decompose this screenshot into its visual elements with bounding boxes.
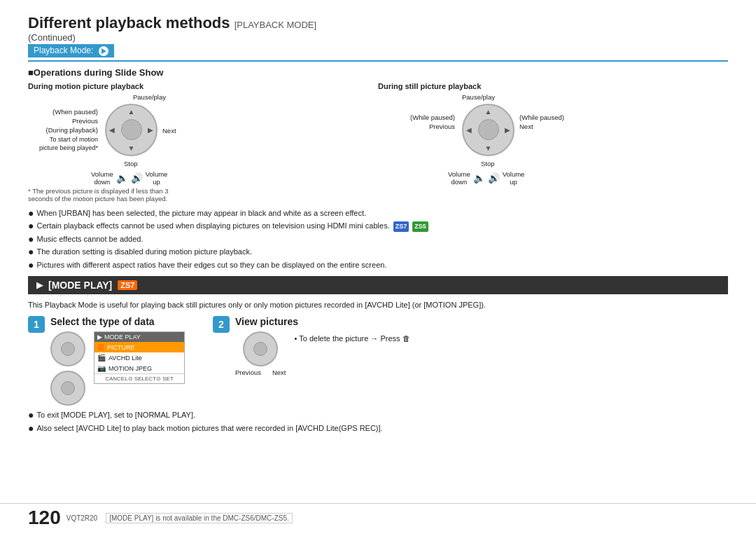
step2-dpad (243, 331, 278, 366)
menu-motion-label: MOTION JPEG (108, 365, 152, 372)
steps-container: 1 Select the type of data (28, 316, 728, 406)
still-right-labels: (While paused) Next (519, 113, 564, 132)
motion-stop-label: Stop (124, 160, 138, 167)
step1: 1 Select the type of data (28, 316, 185, 406)
mode-play-icon: ▶ (36, 280, 43, 290)
menu-picture-label: PICTURE (107, 344, 135, 351)
still-vol-down: Volumedown (448, 170, 470, 186)
page-header: Different playback methods [PLAYBACK MOD… (28, 14, 728, 62)
motion-volume-area: Volumedown 🔈 🔊 Volumeup (91, 170, 167, 186)
still-vol-up: Volumeup (503, 170, 525, 186)
still-volume-area: Volumedown 🔈 🔊 Volumeup (448, 170, 524, 186)
motion-header: During motion picture playback (28, 82, 378, 90)
step1-title: Select the type of data (50, 316, 185, 327)
bullet-1: ● When [URBAN] has been selected, the pi… (28, 208, 728, 219)
still-next-label: Next (519, 122, 564, 131)
footer-code: VQT2R20 (66, 514, 97, 522)
still-vol-icon-left: 🔈 (473, 172, 485, 184)
step2-title: View pictures (235, 316, 410, 327)
vol-icon-left: 🔈 (116, 172, 128, 184)
still-previous-label: Previous (399, 122, 455, 131)
motion-during-label: (During playback) (35, 125, 98, 135)
bullet-5: ● Pictures with different aspect ratios … (28, 260, 728, 270)
step1-dpad-col (50, 331, 85, 406)
bullet-dot-2: ● (28, 221, 34, 231)
bottom-bullet-1: ● To exit [MODE PLAY], set to [NORMAL PL… (28, 410, 728, 420)
desc-text: This Playback Mode is useful for playing… (28, 300, 728, 310)
operations-section: ■Operations during Slide Show During mot… (28, 67, 728, 202)
step1-dpad-bottom (50, 371, 85, 406)
page: Different playback methods [PLAYBACK MOD… (0, 0, 756, 536)
menu-item-avchd: 🎬 AVCHD Lite (94, 352, 184, 363)
bullet-2-text: Certain playback effects cannot be used … (36, 221, 389, 230)
step1-number: 1 (28, 316, 45, 333)
motion-next-label: Next (162, 127, 176, 135)
step2-inner: Previous Next • To delete the picture → … (235, 331, 410, 376)
step2-dpad-labels: Previous Next (235, 369, 286, 376)
still-diagram: During still picture playback Pause/play… (378, 82, 728, 184)
menu-avchd-label: AVCHD Lite (108, 355, 142, 362)
vol-icon-right: 🔊 (131, 172, 143, 184)
page-number: 120 (28, 507, 61, 529)
still-vol-icon-right: 🔊 (488, 172, 500, 184)
bullet-text-1: When [URBAN] has been selected, the pict… (36, 208, 728, 219)
vol-up-label: Volumeup (146, 170, 168, 186)
motion-diagram: During motion picture playback Pause/pla… (28, 82, 378, 184)
bottom-bullet-dot-1: ● (28, 410, 34, 420)
step2-note-text: • To delete the picture → Press 🗑 (295, 334, 410, 343)
step2: 2 View pictures Previous Next (213, 316, 410, 406)
menu-footer: CANCEL⊙ SELECT⊙ SET (94, 373, 184, 383)
bullet-dot-4: ● (28, 247, 34, 256)
still-stop-label: Stop (481, 160, 495, 167)
header-subtitle: (Continued) (28, 32, 728, 43)
badge-zs7: ZS7 (393, 221, 410, 232)
motion-dpad-area: Pause/play (When paused) Previous (Durin… (35, 93, 378, 184)
step2-next-label: Next (272, 369, 286, 376)
step2-dpad-col: Previous Next (235, 331, 286, 376)
bottom-bullet-dot-2: ● (28, 423, 34, 433)
title-text: Different playback methods (28, 14, 230, 32)
playback-mode-line: Playback Mode: (28, 44, 114, 57)
step2-previous-label: Previous (235, 369, 261, 376)
operations-footnote: * The previous picture is displayed if l… (28, 187, 728, 202)
menu-title: MODE PLAY (104, 334, 141, 341)
still-while-paused-right: (While paused) (519, 113, 564, 122)
step1-dpad-top (50, 331, 85, 366)
step1-menu: ▶ MODE PLAY 🖼 PICTURE 🎬 AVCHD Lite � (94, 331, 185, 384)
bullet-dot-5: ● (28, 260, 34, 270)
vol-down-label: Volumedown (91, 170, 113, 186)
step2-number: 2 (213, 316, 230, 333)
motion-when-paused: (When paused) (35, 107, 98, 116)
motion-dpad: ▲ ▼ ◀ ▶ (105, 104, 158, 156)
bullet-dot-3: ● (28, 234, 34, 244)
page-title: Different playback methods [PLAYBACK MOD… (28, 14, 728, 32)
title-tag: [PLAYBACK MODE] (234, 20, 317, 30)
bullets-bottom: ● To exit [MODE PLAY], set to [NORMAL PL… (28, 410, 728, 434)
bullet-text-4: The duration setting is disabled during … (36, 247, 728, 257)
still-dpad-area: Pause/play (While paused) Previous ▲ ▼ ◀ (399, 93, 728, 184)
bullet-3: ● Music effects cannot be added. (28, 234, 728, 245)
motion-pause-label: Pause/play (133, 93, 166, 101)
menu-item-motion: 📷 MOTION JPEG (94, 363, 184, 373)
bottom-bullet-text-2: Also select [AVCHD Lite] to play back mo… (36, 423, 728, 434)
bullet-4: ● The duration setting is disabled durin… (28, 247, 728, 257)
still-pause-label: Pause/play (462, 93, 495, 101)
footer-note: [MODE PLAY] is not available in the DMC-… (106, 513, 293, 523)
bullet-2: ● Certain playback effects cannot be use… (28, 221, 728, 232)
playback-mode-label: Playback Mode: (34, 46, 96, 55)
bullet-text-2: Certain playback effects cannot be used … (36, 221, 728, 232)
operations-columns: During motion picture playback Pause/pla… (28, 82, 728, 184)
bullet-text-5: Pictures with different aspect ratios ha… (36, 260, 728, 270)
bottom-bullet-text-1: To exit [MODE PLAY], set to [NORMAL PLAY… (36, 410, 728, 420)
motion-previous-label: Previous (35, 116, 98, 125)
playback-icon (99, 46, 108, 56)
motion-left-labels: (When paused) Previous (During playback)… (35, 107, 98, 153)
menu-title-bar: ▶ MODE PLAY (94, 332, 184, 342)
still-dpad: ▲ ▼ ◀ ▶ (462, 104, 514, 156)
badge-zs5: ZS5 (412, 221, 428, 232)
bullets-top: ● When [URBAN] has been selected, the pi… (28, 208, 728, 270)
still-header: During still picture playback (378, 82, 728, 90)
mode-play-badge: ZS7 (118, 280, 137, 290)
still-while-paused-left: (While paused) (399, 113, 455, 122)
bottom-bullet-2: ● Also select [AVCHD Lite] to play back … (28, 423, 728, 434)
